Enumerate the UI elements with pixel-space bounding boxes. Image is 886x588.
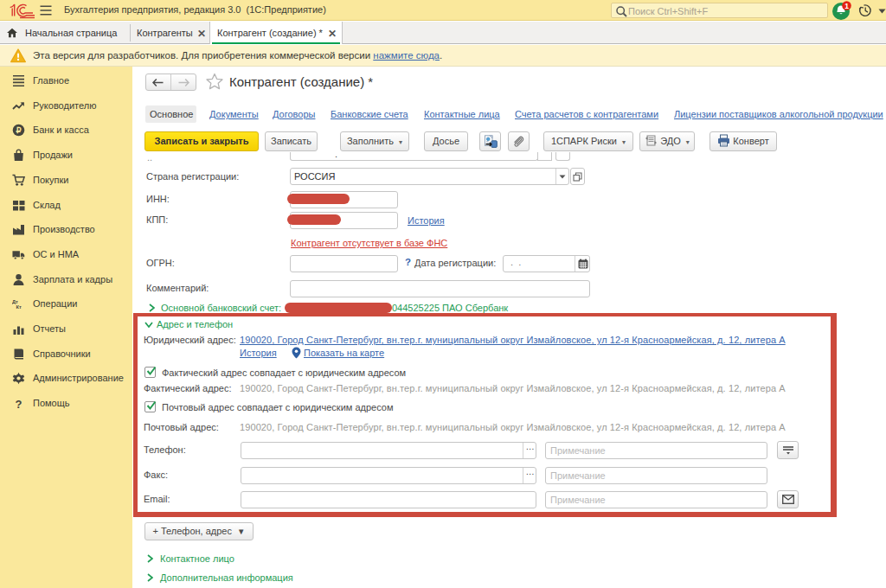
svg-text:?: ? <box>16 398 22 411</box>
svg-text:₽: ₽ <box>16 125 21 135</box>
svg-text:Дт: Дт <box>12 299 18 304</box>
svg-text:Кт: Кт <box>16 304 21 310</box>
svg-text:1: 1 <box>844 2 849 10</box>
